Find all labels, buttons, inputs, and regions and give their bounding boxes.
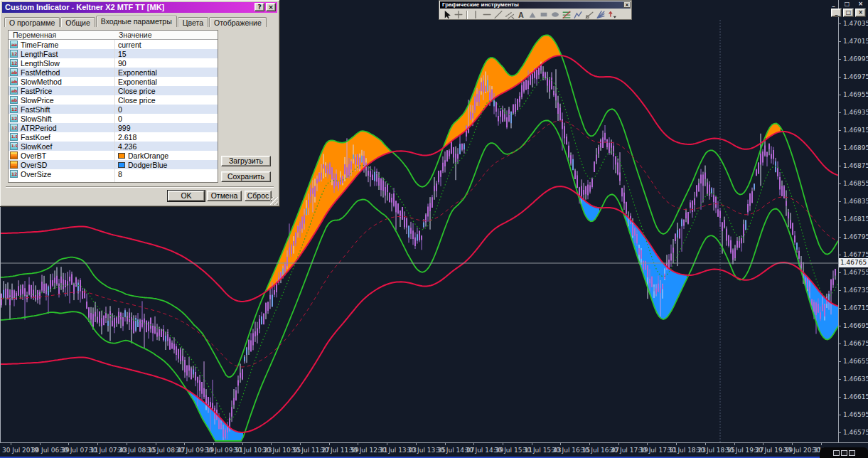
load-button[interactable]: Загрузить	[221, 156, 271, 166]
arrow-shape-icon[interactable]	[527, 10, 538, 20]
price-tick	[839, 237, 841, 238]
toolbar-separator	[466, 11, 468, 19]
rectangle-icon[interactable]	[538, 10, 550, 20]
reset-button[interactable]: Сброс	[245, 191, 272, 201]
param-row-slowkoef[interactable]: SlowKoef4.236	[9, 142, 218, 151]
param-value[interactable]: 0	[114, 114, 218, 123]
param-value-label: DarkOrange	[128, 151, 168, 160]
gann-fan-icon[interactable]	[595, 10, 606, 20]
minimize-button[interactable]: _	[828, 1, 839, 8]
param-row-slowmethod[interactable]: SlowMethodExponential	[9, 77, 218, 86]
toolbar-close-button[interactable]: ×	[623, 1, 631, 8]
dialog-titlebar[interactable]: Custom Indicator - Keltner X2 MTF TT [MK…	[2, 2, 277, 13]
price-tick	[839, 183, 841, 184]
dialog-help-button[interactable]: ?	[254, 3, 264, 11]
param-row-fastmethod[interactable]: FastMethodExponential	[9, 68, 218, 77]
param-row-slowprice[interactable]: SlowPriceClose price	[9, 95, 218, 105]
param-value[interactable]: 0	[114, 105, 218, 114]
time-tick	[358, 443, 358, 445]
slow-lower-band-line	[0, 186, 838, 432]
time-tick	[705, 443, 706, 445]
param-value[interactable]: current	[114, 41, 218, 49]
param-row-oversd[interactable]: OverSDDodgerBlue	[9, 160, 218, 169]
price-tick	[839, 255, 841, 255]
price-axis[interactable]: 1.470351.470151.469951.469751.469551.469…	[838, 0, 868, 442]
indicator-settings-dialog: Custom Indicator - Keltner X2 MTF TT [MK…	[0, 0, 280, 207]
restore-chart-button[interactable]: □	[843, 9, 854, 17]
param-row-fastprice[interactable]: FastPriceClose price	[9, 86, 218, 95]
price-tick	[839, 41, 841, 42]
save-button[interactable]: Сохранить	[221, 171, 271, 182]
param-row-overbt[interactable]: OverBTDarkOrange	[9, 151, 218, 160]
param-row-fastkoef[interactable]: FastKoef2.618	[9, 132, 218, 142]
price-label: 1.46635	[843, 376, 868, 383]
toolbar-titlebar[interactable]: Графические инструменты	[440, 1, 631, 9]
price-label: 1.46715	[843, 304, 868, 311]
time-axis[interactable]: 30 Jul 201930 Jul 06:3930 Jul 07:1130 Ju…	[0, 442, 868, 457]
param-row-lengthfast[interactable]: LengthFast15	[9, 49, 218, 58]
time-tick	[156, 443, 156, 445]
vertical-line-icon[interactable]	[470, 10, 481, 20]
param-value[interactable]: DodgerBlue	[114, 161, 218, 169]
tab-о-программе[interactable]: О программе	[4, 17, 60, 27]
channel-icon[interactable]	[504, 10, 515, 20]
param-row-slowshift[interactable]: SlowShift0	[9, 114, 218, 123]
param-row-fastshift[interactable]: FastShift0	[9, 105, 218, 114]
close-chart-button[interactable]: ×	[855, 9, 866, 17]
param-value[interactable]: Exponential	[114, 68, 218, 77]
minimize-chart-button[interactable]: _	[831, 9, 842, 17]
chart-window-controls: _□×	[831, 9, 866, 17]
param-value[interactable]: DarkOrange	[114, 151, 218, 160]
param-name-label: SlowPrice	[21, 96, 54, 105]
restore-button[interactable]: □	[842, 1, 852, 8]
dialog-title: Custom Indicator - Keltner X2 MTF TT [MK…	[5, 3, 164, 11]
graphic-tools-toolbar: Графические инструменты × A	[439, 0, 632, 20]
horizontal-line-icon[interactable]	[481, 10, 493, 20]
price-label: 1.46895	[843, 144, 868, 151]
dialog-resize-grip[interactable]	[270, 197, 278, 205]
param-value[interactable]: 999	[114, 124, 218, 132]
price-tick	[839, 290, 841, 291]
time-tick	[821, 443, 822, 445]
time-tick	[589, 443, 590, 445]
param-value[interactable]: Close price	[114, 87, 218, 95]
param-value[interactable]: Exponential	[114, 78, 218, 86]
price-label: 1.46655	[843, 358, 868, 365]
param-row-atrperiod[interactable]: ATRPeriod999	[9, 123, 218, 132]
cursor-icon[interactable]	[441, 10, 453, 20]
time-tick	[11, 443, 11, 445]
param-value[interactable]: 15	[114, 50, 218, 58]
arrows-dropdown-icon[interactable]	[606, 10, 618, 20]
param-row-timeframe[interactable]: TimeFramecurrent	[9, 40, 218, 49]
tab-цвета[interactable]: Цвета	[178, 17, 208, 27]
param-name-label: TimeFrame	[21, 41, 58, 49]
double-param-icon	[10, 142, 18, 150]
param-value[interactable]: 4.236	[114, 142, 218, 151]
close-button[interactable]: ×	[855, 1, 866, 8]
ellipse-icon[interactable]	[550, 10, 561, 20]
text-icon[interactable]: A	[515, 10, 527, 20]
price-label: 1.46755	[843, 269, 868, 276]
tab-входные-параметры[interactable]: Входные параметры	[96, 16, 177, 27]
trend-angle-icon[interactable]	[584, 10, 595, 20]
trendline-icon[interactable]	[493, 10, 504, 20]
crosshair-icon[interactable]	[453, 10, 464, 20]
cancel-button[interactable]: Отмена	[207, 191, 242, 201]
dialog-close-button[interactable]: ×	[266, 3, 276, 11]
param-row-lengthslow[interactable]: LengthSlow90	[9, 58, 218, 68]
param-name-label: OverSize	[21, 170, 51, 179]
param-value[interactable]: 2.618	[114, 133, 218, 142]
param-value[interactable]: Close price	[114, 96, 218, 105]
param-value[interactable]: 8	[114, 170, 218, 179]
fibonacci-icon[interactable]	[561, 10, 572, 20]
tab-отображение[interactable]: Отображение	[209, 17, 267, 27]
price-label: 1.46935	[843, 109, 868, 116]
price-label: 1.46855	[843, 180, 868, 187]
tab-общие[interactable]: Общие	[60, 17, 95, 27]
param-value-label: 0	[118, 105, 122, 114]
ok-button[interactable]: OK	[168, 191, 205, 201]
param-value[interactable]: 90	[114, 59, 218, 68]
param-name-label: ATRPeriod	[21, 124, 57, 132]
param-row-oversize[interactable]: OverSize8	[9, 169, 218, 179]
pitchfork-icon[interactable]	[572, 10, 584, 20]
